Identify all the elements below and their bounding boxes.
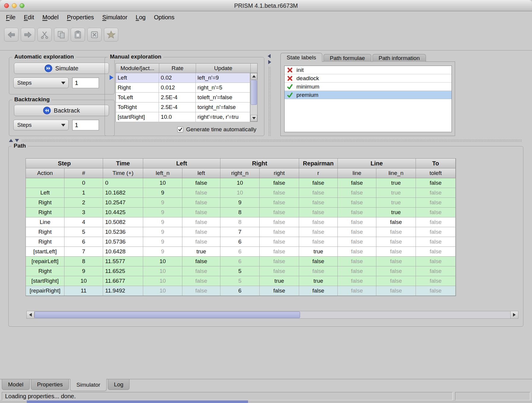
cell-r: true: [299, 247, 338, 256]
scrollbar-thumb[interactable]: [34, 312, 300, 318]
toolbar-delete-button[interactable]: [87, 28, 102, 42]
horizontal-splitter[interactable]: [8, 138, 523, 143]
transition-row-toright[interactable]: ToRight2.5E-4toright_n'=false: [116, 102, 250, 112]
collapse-right-icon[interactable]: [268, 60, 271, 64]
tab-log[interactable]: Log: [108, 379, 130, 390]
cell-line: false: [338, 276, 376, 286]
state-label-deadlock[interactable]: deadlock: [285, 74, 452, 83]
state-label-name: premium: [296, 92, 318, 98]
tab-state-labels[interactable]: State labels: [280, 53, 322, 62]
transitions-scrollbar[interactable]: [250, 73, 257, 121]
toolbar-paste-button[interactable]: [71, 28, 85, 42]
tab-model[interactable]: Model: [2, 379, 30, 390]
manual-exploration-panel: Manual exploration Module/[act...RateUpd…: [105, 57, 264, 136]
cell-x: 0: [64, 178, 103, 188]
backtracking-panel: Backtracking Backtrack Steps: [9, 100, 115, 136]
cell-left-n: 9: [143, 217, 182, 227]
path-step-row-7[interactable]: [startLeft]710.64289true6falsetruefalsef…: [26, 247, 456, 257]
cell-time: 11.6677: [103, 276, 143, 286]
tab-path-formulae[interactable]: Path formulae: [323, 54, 371, 62]
path-step-row-4[interactable]: Line410.50829false8falsefalsefalsefalsef…: [26, 217, 456, 227]
menu-simulator[interactable]: Simulator: [98, 11, 131, 23]
cell-left: false: [182, 266, 220, 276]
backtrack-button[interactable]: Backtrack: [14, 105, 109, 116]
menu-file[interactable]: File: [2, 11, 20, 23]
path-step-row-8[interactable]: [repairLeft]811.557710false6falsefalsefa…: [26, 257, 456, 266]
cell-left: false: [182, 217, 220, 227]
cell-right: false: [260, 247, 299, 256]
simulate-steps-dropdown[interactable]: Steps: [13, 78, 69, 88]
scrollbar-thumb[interactable]: [251, 80, 257, 105]
tab-properties[interactable]: Properties: [31, 379, 69, 390]
simulate-steps-input[interactable]: [72, 78, 99, 88]
cell-right-n: 5: [220, 276, 260, 286]
path-step-row-2[interactable]: Right210.25479false9falsefalsefalsetruef…: [26, 198, 456, 208]
vertical-splitter[interactable]: [267, 53, 271, 137]
menu-log[interactable]: Log: [132, 11, 150, 23]
cell-right-n: 5: [220, 266, 260, 276]
cell-left: false: [182, 276, 220, 286]
tab-simulator[interactable]: Simulator: [70, 379, 106, 391]
column-header-line: line: [338, 168, 376, 178]
paste-icon: [73, 30, 82, 39]
toolbar-back-arrow-button[interactable]: [4, 28, 18, 42]
cell-left: false: [182, 286, 220, 295]
toolbar-cut-button[interactable]: [37, 28, 52, 42]
backtrack-button-label: Backtrack: [54, 107, 80, 114]
column-header-toleft: toleft: [416, 168, 456, 178]
path-step-row-9[interactable]: Right911.652510false5falsefalsefalsefals…: [26, 266, 456, 276]
manual-exploration-title: Manual exploration: [108, 53, 163, 60]
transition-row-toleft[interactable]: ToLeft2.5E-4toleft_n'=false: [116, 93, 250, 102]
simulate-button-label: Simulate: [55, 65, 78, 72]
scroll-left-button[interactable]: [27, 311, 34, 318]
menu-properties[interactable]: Properties: [63, 11, 98, 23]
menu-model[interactable]: Model: [38, 11, 63, 23]
state-label-init[interactable]: init: [285, 66, 452, 74]
scroll-up-button[interactable]: [250, 73, 257, 80]
scroll-right-button[interactable]: [510, 311, 518, 318]
scroll-down-button[interactable]: [250, 115, 257, 121]
backtrack-steps-dropdown[interactable]: Steps: [13, 120, 69, 130]
status-bar: Loading properties... done.: [2, 392, 453, 400]
transition-row-left[interactable]: Left0.02left_n'=9: [116, 73, 250, 83]
path-step-row-1[interactable]: Left110.16829false10falsefalsefalsetruef…: [26, 188, 456, 198]
cell-right-n: 6: [220, 257, 260, 266]
state-label-minimum[interactable]: minimum: [285, 83, 452, 91]
path-step-row-0[interactable]: 0010false10falsefalsefalsetruefalse: [26, 178, 456, 188]
backtrack-steps-dropdown-label: Steps: [17, 122, 32, 128]
toolbar-forward-arrow-button[interactable]: [21, 28, 35, 42]
collapse-left-icon[interactable]: [268, 54, 271, 58]
menu-options[interactable]: Options: [150, 11, 179, 23]
cell-x: 6: [64, 237, 103, 246]
cell-toleft: false: [416, 198, 456, 207]
collapse-up-icon[interactable]: [9, 139, 13, 142]
simulate-button[interactable]: Simulate: [14, 63, 109, 74]
checkbox-checked-icon[interactable]: [177, 127, 183, 132]
transition-row-right[interactable]: Right0.012right_n'=5: [116, 83, 250, 93]
column-header-time: Time (+): [103, 168, 143, 178]
cell-line: false: [338, 247, 376, 256]
backtrack-steps-input[interactable]: [72, 120, 99, 130]
splitter-grip: [21, 139, 522, 142]
path-step-row-6[interactable]: Right610.57369false6falsefalsefalsefalse…: [26, 237, 456, 247]
cut-icon: [40, 30, 49, 39]
toolbar-copy-button[interactable]: [54, 28, 68, 42]
path-step-row-10[interactable]: [startRight]1011.667710false5truetruefal…: [26, 276, 456, 286]
transitions-table: Module/[act...RateUpdate Left0.02left_n'…: [116, 63, 258, 122]
state-label-premium[interactable]: premium: [285, 91, 452, 99]
backtrack-rewind-icon: [43, 107, 51, 114]
collapse-down-icon[interactable]: [15, 139, 19, 142]
menu-edit[interactable]: Edit: [20, 11, 38, 23]
path-step-row-11[interactable]: [repairRight]1111.949210false6falsefalse…: [26, 286, 456, 296]
transition-rate: 0.012: [159, 83, 195, 92]
transition-row-startright[interactable]: [startRight]10.0right'=true, r'=tru: [116, 112, 250, 122]
simulate-play-icon: [45, 64, 52, 72]
tab-path-information[interactable]: Path information: [372, 54, 426, 62]
cell-line: false: [338, 178, 376, 188]
toolbar-star-button[interactable]: [104, 28, 118, 42]
path-step-row-3[interactable]: Right310.44259false8falsefalsefalsetruef…: [26, 208, 456, 217]
path-horizontal-scrollbar[interactable]: [26, 311, 518, 319]
path-step-row-5[interactable]: Right510.52369false7falsefalsefalsefalse…: [26, 227, 456, 237]
generate-time-checkbox-row[interactable]: Generate time automatically: [177, 126, 256, 133]
status-message: Loading properties... done.: [5, 393, 76, 400]
